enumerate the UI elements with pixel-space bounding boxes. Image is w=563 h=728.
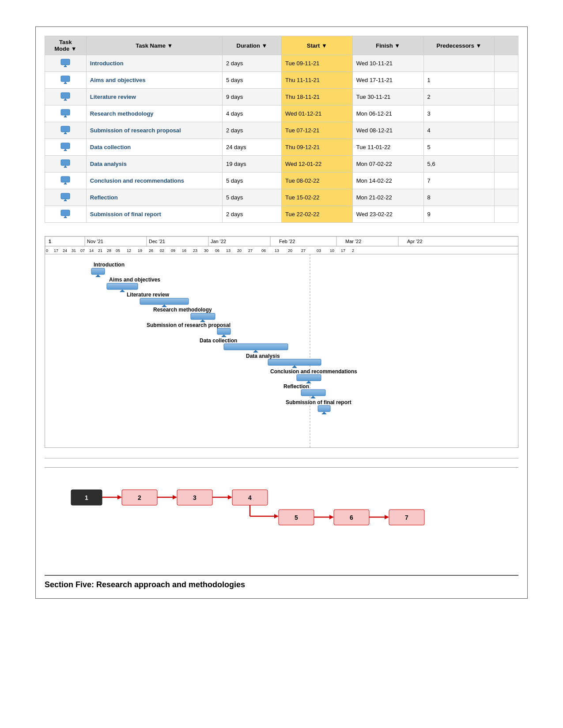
svg-marker-94	[321, 412, 327, 414]
start-cell: Tue 07-12-21	[281, 122, 352, 139]
task-mode-icon	[60, 58, 70, 68]
task-name-cell: Research methodology	[86, 105, 222, 122]
predecessors-cell: 7	[423, 173, 495, 189]
svg-rect-18	[61, 210, 70, 216]
table-row: Aims and objectives5 daysThu 11-11-21Wed…	[45, 72, 518, 89]
predecessors-cell: 8	[423, 189, 495, 206]
svg-rect-66	[91, 268, 105, 274]
start-cell: Tue 08-02-22	[281, 173, 352, 189]
svg-text:2: 2	[352, 248, 354, 253]
duration-cell: 19 days	[222, 156, 281, 173]
svg-marker-9	[64, 132, 67, 134]
table-row: Literature review9 daysThu 18-11-21Tue 3…	[45, 89, 518, 105]
finish-cell: Mon 21-02-22	[352, 189, 423, 206]
svg-text:Apr '22: Apr '22	[407, 239, 423, 244]
svg-text:Dec '21: Dec '21	[149, 239, 165, 244]
svg-text:Data analysis: Data analysis	[246, 353, 280, 359]
svg-text:Feb '22: Feb '22	[279, 239, 295, 244]
duration-cell: 2 days	[222, 122, 281, 139]
svg-marker-3	[64, 82, 67, 84]
svg-rect-6	[61, 109, 70, 115]
gantt-chart-section: 1 Nov '21 Dec '21 Jan '22 Feb '22 Mar '2…	[45, 236, 518, 449]
svg-marker-106	[228, 495, 232, 499]
svg-text:26: 26	[149, 248, 153, 253]
svg-text:20: 20	[288, 248, 292, 253]
svg-text:3: 3	[193, 494, 196, 501]
svg-text:12: 12	[127, 248, 131, 253]
svg-text:0: 0	[46, 248, 48, 253]
header-duration: Duration ▼	[222, 36, 281, 55]
finish-cell: Wed 10-11-21	[352, 55, 423, 72]
svg-text:Aims and objectives: Aims and objectives	[109, 277, 160, 283]
task-mode-icon	[60, 75, 70, 84]
predecessors-cell: 2	[423, 89, 495, 105]
extra-cell	[495, 173, 518, 189]
svg-text:31: 31	[72, 248, 76, 253]
header-task-mode: TaskMode ▼	[45, 36, 87, 55]
svg-rect-12	[61, 160, 70, 165]
task-mode-cell	[45, 89, 87, 105]
svg-marker-119	[385, 515, 389, 519]
finish-cell: Mon 14-02-22	[352, 173, 423, 189]
section-five: Section Five: Research approach and meth…	[45, 575, 518, 589]
svg-rect-90	[301, 390, 325, 396]
svg-text:6: 6	[350, 514, 353, 521]
svg-marker-85	[292, 365, 297, 368]
duration-cell: 5 days	[222, 173, 281, 189]
predecessors-cell: 3	[423, 105, 495, 122]
duration-cell: 9 days	[222, 89, 281, 105]
duration-cell: 4 days	[222, 105, 281, 122]
duration-cell: 2 days	[222, 55, 281, 72]
task-name-cell: Data analysis	[86, 156, 222, 173]
svg-text:24: 24	[63, 248, 67, 253]
task-mode-icon	[60, 108, 70, 118]
svg-rect-81	[224, 344, 288, 350]
svg-marker-15	[64, 182, 67, 184]
task-mode-cell	[45, 122, 87, 139]
start-cell: Thu 09-12-21	[281, 139, 352, 156]
svg-text:19: 19	[138, 248, 142, 253]
start-cell: Tue 22-02-22	[281, 206, 352, 223]
svg-text:27: 27	[301, 248, 306, 253]
predecessors-cell: 5,6	[423, 156, 495, 173]
dependency-diagram: 1 2 3 4	[45, 467, 518, 566]
svg-text:17: 17	[341, 248, 345, 253]
svg-marker-7	[64, 115, 67, 117]
finish-cell: Wed 08-12-21	[352, 122, 423, 139]
task-name-cell: Aims and objectives	[86, 72, 222, 89]
svg-marker-115	[329, 515, 334, 519]
svg-rect-14	[61, 176, 70, 182]
svg-text:03: 03	[317, 248, 321, 253]
svg-text:Research methodology: Research methodology	[153, 307, 212, 313]
task-mode-cell	[45, 156, 87, 173]
duration-cell: 24 days	[222, 139, 281, 156]
header-extra	[495, 36, 518, 55]
task-mode-cell	[45, 206, 87, 223]
extra-cell	[495, 189, 518, 206]
extra-cell	[495, 139, 518, 156]
task-name-cell: Submission of final report	[86, 206, 222, 223]
svg-marker-17	[64, 199, 67, 201]
task-name-cell: Conclusion and recommendations	[86, 173, 222, 189]
task-mode-cell	[45, 173, 87, 189]
svg-rect-72	[140, 298, 189, 304]
svg-text:06: 06	[215, 248, 219, 253]
svg-text:13: 13	[275, 248, 279, 253]
svg-text:16: 16	[182, 248, 186, 253]
svg-text:Data collection: Data collection	[200, 338, 237, 344]
svg-text:Jan '22: Jan '22	[211, 239, 226, 244]
svg-text:20: 20	[237, 248, 242, 253]
predecessors-cell: 4	[423, 122, 495, 139]
duration-cell: 5 days	[222, 72, 281, 89]
extra-cell	[495, 89, 518, 105]
svg-text:10: 10	[330, 248, 334, 253]
svg-text:1: 1	[49, 239, 51, 244]
table-row: Introduction2 daysTue 09-11-21Wed 10-11-…	[45, 55, 518, 72]
table-row: Data analysis19 daysWed 12-01-22Mon 07-0…	[45, 156, 518, 173]
start-cell: Wed 01-12-21	[281, 105, 352, 122]
svg-rect-69	[107, 283, 138, 289]
svg-text:2: 2	[138, 494, 141, 501]
finish-cell: Wed 23-02-22	[352, 206, 423, 223]
svg-text:30: 30	[204, 248, 208, 253]
task-mode-cell	[45, 105, 87, 122]
